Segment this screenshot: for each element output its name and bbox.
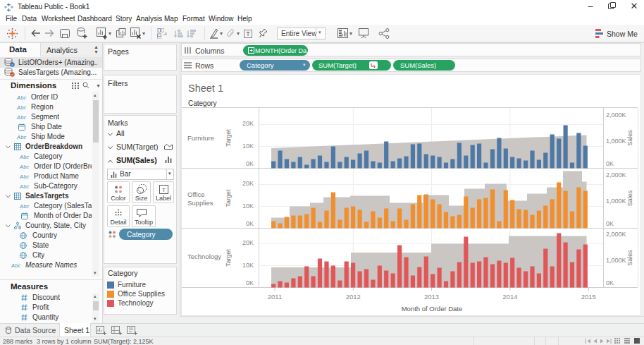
svg-text:2,000K: 2,000K [606, 171, 626, 178]
svg-text:Category: Category [188, 99, 217, 107]
svg-text:Sheet 1: Sheet 1 [188, 83, 223, 94]
svg-text:T: T [162, 187, 166, 193]
svg-text:0K: 0K [606, 160, 614, 167]
svg-text:2,000K: 2,000K [606, 111, 626, 119]
svg-text:Target: Target [225, 189, 232, 207]
svg-text:0K: 0K [606, 279, 614, 286]
svg-text:10K: 10K [242, 262, 254, 269]
svg-text:20K: 20K [242, 120, 254, 127]
svg-text:0K: 0K [246, 279, 254, 286]
svg-text:Sales: Sales [626, 250, 633, 266]
svg-text:2015: 2015 [581, 293, 596, 301]
svg-text:Sales: Sales [626, 190, 633, 206]
svg-text:2014: 2014 [502, 293, 517, 301]
svg-text:2,000K: 2,000K [606, 231, 626, 238]
svg-text:Supplies: Supplies [187, 199, 213, 207]
svg-text:10K: 10K [242, 202, 254, 210]
svg-text:1,000K: 1,000K [606, 138, 626, 145]
svg-text:0K: 0K [606, 220, 614, 227]
svg-text:Target: Target [225, 128, 232, 147]
svg-text:20K: 20K [242, 239, 254, 246]
svg-text:0K: 0K [246, 160, 254, 167]
svg-text:1,000K: 1,000K [606, 198, 626, 205]
svg-text:Technology: Technology [187, 253, 221, 260]
svg-text:10K: 10K [242, 143, 254, 150]
svg-text:Sales: Sales [626, 130, 633, 146]
svg-text:2012: 2012 [346, 293, 361, 301]
svg-text:2013: 2013 [424, 293, 439, 301]
svg-text:Target: Target [225, 248, 232, 267]
svg-text:0K: 0K [246, 220, 254, 227]
svg-text:20K: 20K [242, 180, 254, 187]
svg-text:2011: 2011 [268, 293, 282, 301]
svg-text:Month of Order Date: Month of Order Date [402, 305, 463, 313]
svg-text:Office: Office [187, 190, 205, 198]
svg-text:Furniture: Furniture [187, 134, 214, 142]
svg-text:1,000K: 1,000K [606, 257, 626, 264]
